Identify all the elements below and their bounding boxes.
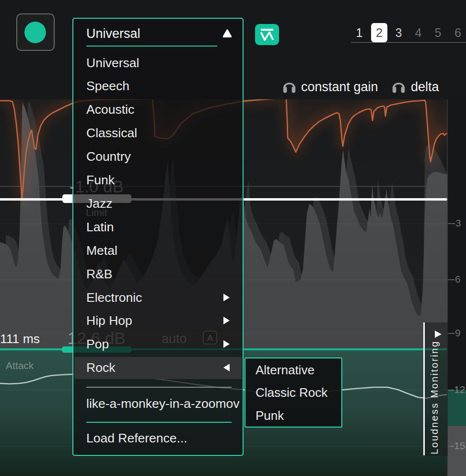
svg-text:111 ms: 111 ms [0, 332, 40, 346]
svg-text:Attack: Attack [6, 360, 34, 371]
svg-text:Loudness Monitoring: Loudness Monitoring [429, 340, 440, 454]
